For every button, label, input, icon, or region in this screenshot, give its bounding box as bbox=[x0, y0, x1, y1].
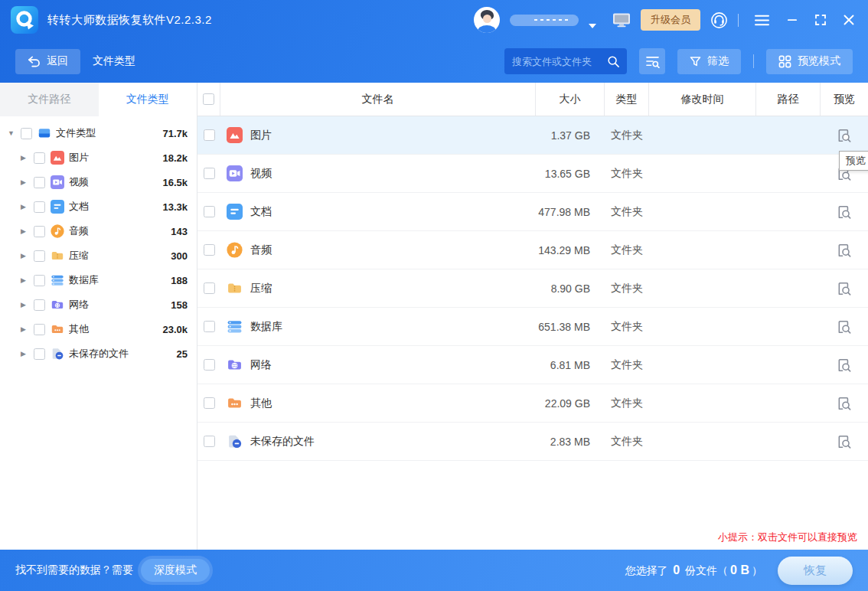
file-size: 8.90 GB bbox=[536, 269, 605, 307]
file-name: 音频 bbox=[250, 243, 272, 257]
toolbar: 返回 文件类型 筛选 bbox=[0, 40, 868, 83]
file-path bbox=[756, 193, 821, 230]
tree-item-label: 文档 bbox=[69, 200, 162, 214]
menu-icon[interactable] bbox=[755, 15, 769, 26]
zip-icon bbox=[227, 280, 243, 296]
recover-button[interactable]: 恢复 bbox=[778, 557, 853, 585]
deep-mode-button[interactable]: 深度模式 bbox=[141, 559, 210, 582]
select-all-checkbox[interactable] bbox=[203, 93, 214, 105]
file-path bbox=[756, 116, 821, 154]
tree-item[interactable]: ▶压缩300 bbox=[0, 243, 197, 268]
preview-button[interactable] bbox=[837, 434, 852, 449]
sidebar-tabs: 文件路径 文件类型 bbox=[0, 83, 197, 116]
file-mtime bbox=[649, 423, 756, 460]
tree-item-label: 网络 bbox=[69, 298, 171, 312]
table-row[interactable]: 视频13.65 GB文件夹 bbox=[197, 155, 868, 193]
monitor-icon[interactable] bbox=[612, 12, 631, 28]
tab-file-type[interactable]: 文件类型 bbox=[99, 83, 197, 116]
tree-item[interactable]: ▼文件类型71.7k bbox=[0, 121, 197, 145]
row-checkbox[interactable] bbox=[204, 359, 215, 371]
tree-item[interactable]: ▶视频16.5k bbox=[0, 170, 197, 194]
expander-right-icon[interactable]: ▶ bbox=[21, 178, 31, 186]
doc-icon bbox=[227, 204, 243, 220]
preview-button[interactable] bbox=[837, 204, 852, 220]
expander-right-icon[interactable]: ▶ bbox=[21, 203, 31, 211]
expander-right-icon[interactable]: ▶ bbox=[21, 154, 31, 162]
row-checkbox[interactable] bbox=[204, 321, 215, 332]
tree-item[interactable]: ▶图片18.2k bbox=[0, 145, 197, 170]
headset-icon[interactable] bbox=[710, 11, 728, 29]
search-icon[interactable] bbox=[607, 55, 620, 68]
maximize-icon[interactable] bbox=[815, 15, 826, 25]
tree-checkbox[interactable] bbox=[34, 250, 45, 262]
tree-item[interactable]: ▶音频143 bbox=[0, 219, 197, 243]
tree-item[interactable]: ▶文档13.3k bbox=[0, 194, 197, 219]
row-checkbox[interactable] bbox=[204, 244, 215, 256]
preview-button[interactable] bbox=[837, 319, 852, 335]
list-search-button[interactable] bbox=[639, 48, 665, 74]
expander-right-icon[interactable]: ▶ bbox=[21, 325, 31, 333]
expander-right-icon[interactable]: ▶ bbox=[21, 252, 31, 260]
preview-tooltip: 预览 bbox=[839, 151, 868, 171]
row-checkbox[interactable] bbox=[204, 168, 215, 179]
tab-file-path[interactable]: 文件路径 bbox=[0, 83, 99, 116]
row-checkbox[interactable] bbox=[204, 206, 215, 217]
preview-button[interactable] bbox=[837, 396, 852, 411]
row-checkbox[interactable] bbox=[204, 436, 215, 447]
avatar[interactable] bbox=[474, 7, 500, 33]
tree-checkbox[interactable] bbox=[34, 299, 45, 311]
tree-checkbox[interactable] bbox=[34, 348, 45, 360]
table-row[interactable]: 其他22.09 GB文件夹 bbox=[197, 384, 868, 423]
funnel-icon bbox=[690, 56, 701, 67]
username-redacted[interactable] bbox=[510, 15, 579, 26]
tree-checkbox[interactable] bbox=[34, 226, 45, 237]
preview-button[interactable] bbox=[837, 358, 852, 373]
expander-right-icon[interactable]: ▶ bbox=[21, 227, 31, 235]
tree-checkbox[interactable] bbox=[34, 201, 45, 213]
tree-item[interactable]: ▶其他23.0k bbox=[0, 317, 197, 341]
expander-right-icon[interactable]: ▶ bbox=[21, 276, 31, 284]
back-button[interactable]: 返回 bbox=[15, 49, 80, 74]
tree-checkbox[interactable] bbox=[21, 128, 32, 139]
preview-button[interactable] bbox=[837, 243, 852, 258]
row-checkbox[interactable] bbox=[204, 129, 215, 141]
tree-checkbox[interactable] bbox=[34, 275, 45, 286]
preview-mode-button[interactable]: 预览模式 bbox=[766, 49, 853, 74]
caret-down-icon[interactable] bbox=[589, 18, 596, 22]
preview-button[interactable] bbox=[837, 281, 852, 296]
table-row[interactable]: 音频143.29 MB文件夹 bbox=[197, 231, 868, 269]
back-icon bbox=[28, 56, 41, 67]
table-row[interactable]: 压缩8.90 GB文件夹 bbox=[197, 269, 868, 308]
tree-item[interactable]: ▶未保存的文件25 bbox=[0, 341, 197, 366]
title-bar: 转转大师数据恢复软件V2.2.3.2 升级会员 bbox=[0, 0, 868, 40]
file-name: 其他 bbox=[250, 397, 272, 410]
column-header: 预览 bbox=[821, 83, 868, 116]
expander-right-icon[interactable]: ▶ bbox=[21, 350, 31, 358]
search-input[interactable] bbox=[512, 56, 607, 67]
statusbar-right: 您选择了 0 份文件（0 B） 恢复 bbox=[625, 557, 853, 585]
expander-down-icon[interactable]: ▼ bbox=[8, 129, 18, 137]
tree-item-label: 图片 bbox=[69, 151, 162, 165]
tree-checkbox[interactable] bbox=[34, 152, 45, 164]
tree-checkbox[interactable] bbox=[34, 324, 45, 335]
table-header: 文件名大小类型修改时间路径预览 bbox=[197, 83, 868, 116]
table-row[interactable]: 图片1.37 GB文件夹 bbox=[197, 116, 868, 155]
table-row[interactable]: 数据库651.38 MB文件夹 bbox=[197, 308, 868, 346]
audio-icon bbox=[51, 224, 64, 238]
table-row[interactable]: 文档477.98 MB文件夹 bbox=[197, 193, 868, 231]
row-checkbox[interactable] bbox=[204, 282, 215, 294]
file-size: 22.09 GB bbox=[536, 384, 605, 422]
row-checkbox[interactable] bbox=[204, 397, 215, 409]
filter-button[interactable]: 筛选 bbox=[677, 49, 741, 74]
tree-checkbox[interactable] bbox=[34, 177, 45, 188]
tree-item[interactable]: ▶网络158 bbox=[0, 292, 197, 317]
upgrade-vip-badge[interactable]: 升级会员 bbox=[641, 9, 700, 31]
file-type: 文件夹 bbox=[605, 269, 649, 307]
tree-item[interactable]: ▶数据库188 bbox=[0, 268, 197, 292]
table-row[interactable]: 网络6.81 MB文件夹 bbox=[197, 346, 868, 384]
expander-right-icon[interactable]: ▶ bbox=[21, 301, 31, 309]
minimize-icon[interactable] bbox=[787, 15, 798, 25]
close-icon[interactable] bbox=[844, 15, 854, 25]
table-row[interactable]: 未保存的文件2.83 MB文件夹 bbox=[197, 423, 868, 461]
preview-button[interactable] bbox=[837, 128, 852, 143]
